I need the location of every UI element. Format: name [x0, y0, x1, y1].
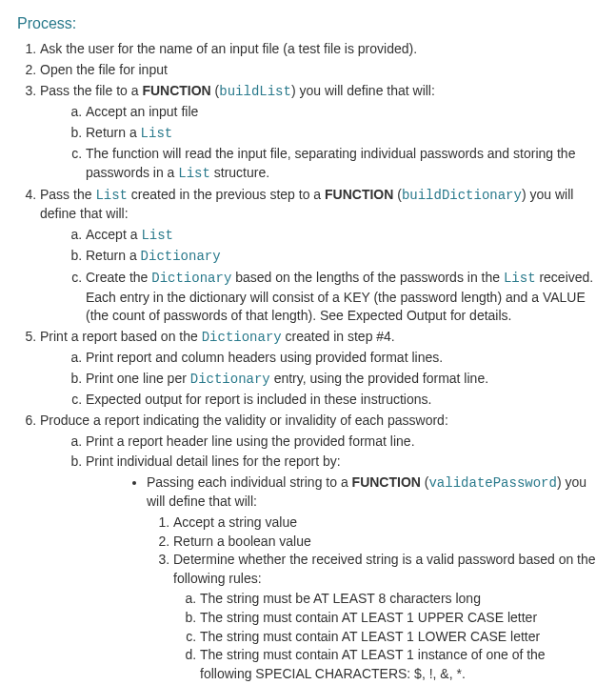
- step-5c: Expected output for report is included i…: [86, 391, 597, 410]
- process-heading: Process:: [17, 13, 597, 34]
- step-4-builddict: buildDictionary: [402, 188, 522, 203]
- step-4-function: FUNCTION: [325, 187, 393, 202]
- step-6b-text: Print individual detail lines for the re…: [86, 453, 341, 469]
- step-4b-a: Return a: [86, 248, 141, 263]
- bullet-1-function: FUNCTION: [352, 474, 421, 490]
- step-3: Pass the file to a FUNCTION (buildList) …: [40, 82, 597, 184]
- step-4-c: created in the previous step to a: [128, 187, 325, 202]
- rule-a: The string must be AT LEAST 8 characters…: [200, 590, 597, 609]
- b1-3-rules: The string must be AT LEAST 8 characters…: [173, 590, 597, 683]
- step-3-buildlist: buildList: [219, 84, 291, 99]
- b1-1: Accept a string value: [173, 514, 597, 533]
- bullet-1-a: Passing each individual string to a: [147, 474, 352, 490]
- step-3-function: FUNCTION: [142, 83, 210, 98]
- step-4: Pass the List created in the previous st…: [40, 186, 597, 326]
- step-4c-dict: Dictionary: [151, 271, 231, 286]
- step-5b-dict: Dictionary: [190, 372, 270, 387]
- bullet-1-steps: Accept a string value Return a boolean v…: [147, 514, 597, 685]
- step-4-e: (: [393, 187, 402, 202]
- step-5b-a: Print one line per: [86, 371, 190, 386]
- step-6a: Print a report header line using the pro…: [86, 433, 597, 452]
- bullet-1: Passing each individual string to a FUNC…: [147, 473, 597, 685]
- step-4c-a: Create the: [86, 270, 151, 285]
- step-5b: Print one line per Dictionary entry, usi…: [86, 370, 597, 390]
- step-3c-c: structure.: [210, 165, 269, 180]
- step-3b-list: List: [141, 126, 173, 141]
- rule-d: The string must contain AT LEAST 1 insta…: [200, 646, 597, 683]
- step-3b-a: Return a: [86, 125, 141, 140]
- step-4a-list: List: [141, 228, 173, 243]
- step-5-a: Print a report based on the: [40, 329, 202, 344]
- step-4a-a: Accept a: [86, 227, 141, 242]
- step-4a: Accept a List: [86, 226, 597, 246]
- step-5-sublist: Print report and column headers using pr…: [40, 349, 597, 410]
- step-4b-dict: Dictionary: [141, 249, 221, 264]
- step-5: Print a report based on the Dictionary c…: [40, 328, 597, 410]
- step-5a: Print report and column headers using pr…: [86, 349, 597, 368]
- b1-3: Determine whether the received string is…: [173, 551, 597, 683]
- step-4-sublist: Accept a List Return a Dictionary Create…: [40, 226, 597, 326]
- step-3c: The function will read the input file, s…: [86, 145, 597, 183]
- step-6b-bullets: Passing each individual string to a FUNC…: [86, 473, 597, 685]
- bullet-1-validate: validatePassword: [428, 475, 556, 491]
- step-5b-c: entry, using the provided format line.: [270, 371, 488, 386]
- step-5-c: created in step #4.: [282, 329, 395, 344]
- step-4c-c: based on the lengths of the passwords in…: [231, 270, 504, 285]
- step-3b: Return a List: [86, 124, 597, 144]
- step-4c-list: List: [504, 271, 536, 286]
- rule-b: The string must contain AT LEAST 1 UPPER…: [200, 609, 597, 628]
- step-3c-a: The function will read the input file, s…: [86, 146, 575, 180]
- step-4-a: Pass the: [40, 187, 95, 202]
- step-4b: Return a Dictionary: [86, 247, 597, 267]
- step-6b: Print individual detail lines for the re…: [86, 453, 597, 685]
- step-4c: Create the Dictionary based on the lengt…: [86, 269, 597, 326]
- process-list: Ask the user for the name of an input fi…: [17, 40, 597, 685]
- step-3-sublist: Accept an input file Return a List The f…: [40, 103, 597, 183]
- step-4-list: List: [95, 188, 128, 203]
- step-3-text-e: ) you will define that will:: [291, 83, 435, 98]
- step-6: Produce a report indicating the validity…: [40, 412, 597, 685]
- b1-2: Return a boolean value: [173, 533, 597, 552]
- step-3a: Accept an input file: [86, 103, 597, 122]
- step-3-text-a: Pass the file to a: [40, 83, 142, 98]
- rule-c: The string must contain AT LEAST 1 LOWER…: [200, 628, 597, 647]
- b1-3-text: Determine whether the received string is…: [173, 552, 596, 586]
- step-6-sublist: Print a report header line using the pro…: [40, 433, 597, 685]
- step-3-text-c: (: [211, 83, 220, 98]
- step-5-dict: Dictionary: [202, 330, 282, 345]
- step-3c-list: List: [178, 166, 210, 181]
- step-1: Ask the user for the name of an input fi…: [40, 40, 597, 59]
- step-2: Open the file for input: [40, 61, 597, 80]
- step-6-text: Produce a report indicating the validity…: [40, 413, 448, 428]
